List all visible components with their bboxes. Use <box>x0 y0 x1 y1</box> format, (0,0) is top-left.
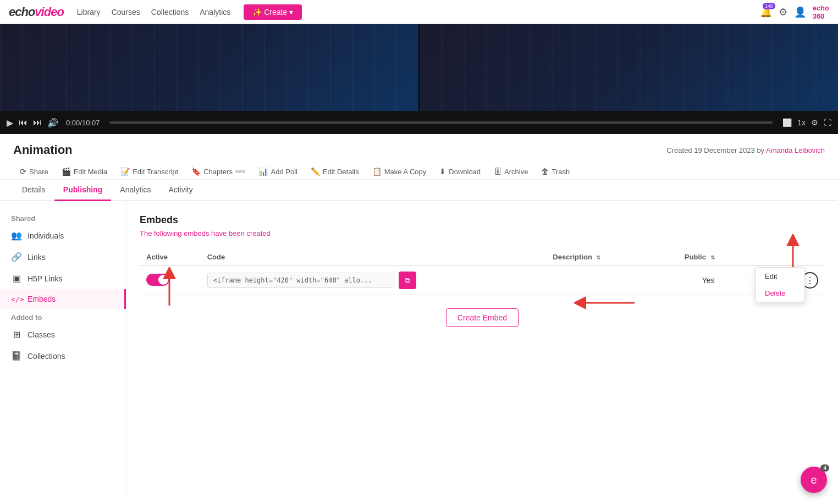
edit-transcript-button[interactable]: 📝 Edit Transcript <box>114 164 185 179</box>
sidebar-added-label: Added to <box>0 309 126 324</box>
embed-active-toggle[interactable] <box>146 274 169 286</box>
forward-button[interactable]: ⏭ <box>33 118 42 128</box>
chat-button[interactable]: e 4 <box>801 467 827 493</box>
download-button[interactable]: ⬇ Download <box>433 164 487 179</box>
tab-activity[interactable]: Activity <box>159 180 201 201</box>
time-display: 0:00/10:07 <box>66 119 100 127</box>
content-panel: Embeds The following embeds have been cr… <box>126 201 838 496</box>
sidebar-item-classes[interactable]: ⊞ Classes <box>0 324 126 345</box>
col-active: Active <box>140 248 201 266</box>
add-poll-icon: 📊 <box>258 167 268 176</box>
embed-public-cell: Yes <box>649 266 721 295</box>
sidebar-item-h5p[interactable]: ▣ H5P Links <box>0 268 126 289</box>
chat-badge: 4 <box>820 464 829 472</box>
tab-publishing[interactable]: Publishing <box>54 180 112 201</box>
video-thumb-left <box>0 24 418 111</box>
add-poll-button[interactable]: 📊 Add Poll <box>252 164 304 179</box>
echo360-icon[interactable]: echo360 <box>813 4 829 20</box>
main-layout: Shared 👥 Individuals 🔗 Links ▣ H5P Links… <box>0 201 838 496</box>
embed-active-cell <box>140 266 201 295</box>
sidebar-item-collections[interactable]: 📓 Collections <box>0 345 126 367</box>
table-row: <iframe height="420" width="640" allo...… <box>140 266 825 295</box>
progress-bar[interactable] <box>109 121 773 124</box>
chapters-button[interactable]: 🔖 ChaptersBeta <box>185 164 252 179</box>
edit-details-icon: ✏️ <box>311 167 320 176</box>
media-title-row: Animation Created 19 December 2023 by Am… <box>13 143 825 157</box>
dropdown-edit[interactable]: Edit <box>756 268 804 285</box>
trash-button[interactable]: 🗑 Trash <box>534 164 576 179</box>
dropdown-delete[interactable]: Delete <box>756 285 804 302</box>
create-button[interactable]: ✨ Create ▾ <box>244 4 302 20</box>
sidebar-item-individuals[interactable]: 👥 Individuals <box>0 225 126 246</box>
sidebar: Shared 👥 Individuals 🔗 Links ▣ H5P Links… <box>0 201 126 496</box>
edit-transcript-icon: 📝 <box>120 167 130 176</box>
col-actions <box>721 248 825 266</box>
chat-icon: e <box>811 474 817 486</box>
tab-details[interactable]: Details <box>13 180 54 201</box>
col-public: Public ⇅ <box>649 248 721 266</box>
volume-button[interactable]: 🔊 <box>47 118 58 128</box>
copy-code-button[interactable]: ⧉ <box>399 272 416 289</box>
notification-badge: 148 <box>763 3 775 9</box>
individuals-icon: 👥 <box>11 230 22 241</box>
links-label: Links <box>27 253 46 262</box>
nav-collections[interactable]: Collections <box>151 8 189 16</box>
user-avatar[interactable]: 👤 <box>794 6 806 18</box>
nav-analytics[interactable]: Analytics <box>200 8 230 16</box>
logo[interactable]: echovideo <box>9 5 64 19</box>
sidebar-shared-label: Shared <box>0 210 126 225</box>
share-button[interactable]: ⟳ Share <box>13 164 55 179</box>
archive-icon: 🗄 <box>494 167 501 176</box>
embed-code-text: <iframe height="420" width="640" allo... <box>207 273 394 288</box>
trash-icon: 🗑 <box>541 167 549 176</box>
sidebar-item-embeds[interactable]: </> Embeds <box>0 289 126 309</box>
created-info: Created 19 December 2023 by Amanda Leibo… <box>666 146 825 154</box>
collections-icon: 📓 <box>11 351 22 361</box>
nav-links: Library Courses Collections Analytics <box>77 8 230 16</box>
embeds-icon: </> <box>11 295 22 303</box>
notifications-icon[interactable]: 🔔 148 <box>760 6 772 18</box>
edit-details-button[interactable]: ✏️ Edit Details <box>304 164 366 179</box>
individuals-label: Individuals <box>27 231 64 240</box>
sidebar-item-links[interactable]: 🔗 Links <box>0 246 126 268</box>
create-embed-section: Create Embed <box>140 308 825 327</box>
h5p-label: H5P Links <box>27 274 63 283</box>
nav-library[interactable]: Library <box>77 8 101 16</box>
action-bar: ⟳ Share 🎬 Edit Media 📝 Edit Transcript 🔖… <box>13 164 825 179</box>
embed-code-cell: <iframe height="420" width="640" allo...… <box>201 266 547 295</box>
col-description: Description ⇅ <box>546 248 648 266</box>
tabs: Details Publishing Analytics Activity <box>0 180 838 201</box>
chapters-icon: 🔖 <box>191 167 201 176</box>
top-nav: echovideo Library Courses Collections An… <box>0 0 838 24</box>
make-copy-button[interactable]: 📋 Make A Copy <box>366 164 433 179</box>
collections-label: Collections <box>27 352 65 361</box>
screen-icon[interactable]: ⬜ <box>782 118 792 127</box>
embeds-label: Embeds <box>27 295 56 303</box>
make-copy-icon: 📋 <box>372 167 382 176</box>
media-title: Animation <box>13 143 73 157</box>
links-icon: 🔗 <box>11 252 22 262</box>
content-header: Animation Created 19 December 2023 by Am… <box>0 134 838 180</box>
nav-courses[interactable]: Courses <box>112 8 140 16</box>
public-sort-icon[interactable]: ⇅ <box>710 254 715 261</box>
create-embed-button[interactable]: Create Embed <box>446 308 519 327</box>
archive-button[interactable]: 🗄 Archive <box>487 164 534 179</box>
classes-label: Classes <box>27 330 55 339</box>
video-controls: ▶ ⏮ ⏭ 🔊 0:00/10:07 ⬜ 1x ⚙ ⛶ <box>0 111 838 134</box>
download-icon: ⬇ <box>439 167 446 176</box>
embeds-title: Embeds <box>140 214 825 226</box>
rewind-button[interactable]: ⏮ <box>19 118 27 128</box>
settings-video-icon[interactable]: ⚙ <box>811 118 818 127</box>
edit-media-button[interactable]: 🎬 Edit Media <box>55 164 114 179</box>
play-button[interactable]: ▶ <box>7 118 13 128</box>
settings-icon[interactable]: ⚙ <box>779 6 787 18</box>
description-sort-icon[interactable]: ⇅ <box>596 254 600 261</box>
fullscreen-icon[interactable]: ⛶ <box>824 118 831 127</box>
h5p-icon: ▣ <box>11 273 22 284</box>
video-player: ▶ ⏮ ⏭ 🔊 0:00/10:07 ⬜ 1x ⚙ ⛶ <box>0 24 838 134</box>
speed-display[interactable]: 1x <box>797 118 806 127</box>
classes-icon: ⊞ <box>11 329 22 340</box>
tab-analytics[interactable]: Analytics <box>111 180 159 201</box>
author-link[interactable]: Amanda Leibovich <box>766 146 825 154</box>
edit-media-icon: 🎬 <box>62 167 71 176</box>
